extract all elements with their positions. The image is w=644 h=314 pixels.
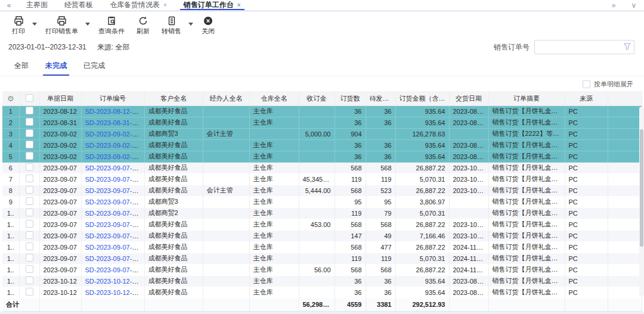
tabs-expand-right-icon[interactable]: » [603,0,624,10]
view-tab-finished[interactable]: 已完成 [78,57,111,76]
print-sales-slip-button[interactable]: 打印销售单 [41,15,83,36]
row-checkbox[interactable] [26,243,33,250]
cell-qty: 36 [335,275,366,287]
order-row[interactable]: 12023-08-12SD-2023-08-12-00022成都美好食品主仓库3… [2,105,642,117]
row-checkbox[interactable] [26,141,33,148]
cell-source: PC [565,105,608,117]
row-checkbox[interactable] [26,175,33,182]
order-number-link[interactable]: SD-2023-09-02-00024 [85,153,145,160]
order-number-link[interactable]: SD-2023-09-07-00014 [85,210,145,217]
cell-source: PC [565,275,608,287]
order-row[interactable]: 1..2023-09-07SD-2023-09-07-00017成都美好食品主仓… [2,241,642,253]
order-row[interactable]: 1..2023-09-07SD-2023-09-07-00019成都美好食品主仓… [2,264,642,275]
order-number-link[interactable]: SD-2023-10-12-00020 [85,278,145,285]
col-header-pending-qty[interactable]: 待发货数 [366,91,395,105]
col-header-deposit[interactable]: 收订金 [299,91,335,105]
row-checkbox[interactable] [26,265,33,273]
row-checkbox[interactable] [26,163,33,171]
row-checkbox[interactable] [26,231,33,239]
order-row[interactable]: 22023-08-31SD-2023-08-31-00003成都美好食品主仓库3… [2,117,642,128]
convert-to-sale-dropdown-caret-icon[interactable] [188,23,193,26]
col-header-source[interactable]: 来源 [565,91,608,105]
order-row[interactable]: 1..2023-09-07SD-2023-09-07-00015成都美好食品主仓… [2,219,642,230]
order-row[interactable]: 62023-09-07SD-2023-09-07-00010成都美好食品主仓库5… [2,162,642,173]
vertical-scrollbar[interactable] [639,107,644,296]
order-number-link[interactable]: SD-2023-09-07-00015 [85,221,145,228]
row-checkbox[interactable] [26,276,33,284]
order-number-link[interactable]: SD-2023-10-12-00021 [85,289,145,296]
col-header-date[interactable]: 单据日期 [39,91,81,105]
order-row[interactable]: 72023-09-07SD-2023-09-07-00011成都美好食品主仓库4… [2,173,642,185]
order-row[interactable]: 92023-09-07SD-2023-09-07-00013成都商贸3主仓库95… [2,196,642,207]
filter-funnel-icon[interactable] [624,43,631,52]
order-number-link[interactable]: SD-2023-09-07-00010 [85,164,145,172]
col-header-summary[interactable]: 订单摘要 [488,91,565,105]
order-number-link[interactable]: SD-2023-09-07-00019 [85,266,145,273]
view-tab-all[interactable]: 全部 [8,57,35,76]
row-checkbox[interactable] [26,197,33,205]
order-number-input[interactable] [534,40,634,54]
order-row[interactable]: 1..2023-09-07SD-2023-09-07-00014成都商贸2主仓库… [2,207,642,219]
order-row[interactable]: 1..2023-10-12SD-2023-10-12-00021成都美好食品主仓… [2,287,642,298]
cell-warehouse: 主仓库 [249,230,299,241]
col-header-qty[interactable]: 订货数 [335,91,366,105]
order-row[interactable]: 82023-09-07SD-2023-09-07-00012成都美好食品会计主管… [2,185,642,196]
row-checkbox[interactable] [26,209,33,216]
expand-detail-checkbox[interactable] [583,80,590,88]
col-header-delivery-date[interactable]: 交货日期 [449,91,488,105]
cell-qty: 36 [335,139,366,151]
cell-date: 2023-09-07 [39,207,81,219]
row-checkbox[interactable] [26,254,33,262]
order-number-link[interactable]: SD-2023-09-02-00004 [85,130,145,138]
tab-main-screen[interactable]: 主界面 [18,0,56,10]
order-number-link[interactable]: SD-2023-09-02-00023 [85,142,145,149]
order-number-link[interactable]: SD-2023-09-07-00016 [85,232,145,240]
refresh-button[interactable]: 刷新 [132,15,154,36]
col-header-order-no[interactable]: 订单编号 [81,91,144,105]
row-checkbox[interactable] [26,129,33,137]
order-number-link[interactable]: SD-2023-08-31-00003 [85,119,145,126]
order-number-link[interactable]: SD-2023-09-07-00018 [85,255,145,262]
print-dropdown-caret-icon[interactable] [32,23,37,26]
order-row[interactable]: 52023-09-02SD-2023-09-02-00024成都美好食品主仓库3… [2,151,642,162]
tab-warehouse-stock-report[interactable]: 仓库备货情况表 × [101,0,175,10]
tab-business-dashboard[interactable]: 经营看板 [56,0,101,10]
row-checkbox[interactable] [26,152,33,160]
tab-close-icon[interactable]: × [163,2,167,8]
order-row[interactable]: 32023-09-02SD-2023-09-02-00004成都商贸3会计主管5… [2,128,642,139]
tab-close-icon[interactable]: × [237,2,241,8]
view-tab-unfinished[interactable]: 未完成 [39,57,73,76]
col-header-handler[interactable]: 经办人全名 [203,91,249,105]
cell-deposit: 56.00 [299,264,335,275]
row-checkbox[interactable] [26,288,33,296]
col-header-warehouse[interactable]: 仓库全名 [249,91,299,105]
column-settings-gear-icon[interactable]: ⚙ [7,94,14,103]
tab-sales-order-workbench[interactable]: 销售订单工作台 × [175,0,249,10]
order-row[interactable]: 42023-09-02SD-2023-09-02-00023成都美好食品主仓库3… [2,139,642,151]
convert-to-sale-button[interactable]: 转销售 [157,15,186,36]
query-conditions-button[interactable]: 查询条件 [94,15,129,36]
order-row[interactable]: 1..2023-09-07SD-2023-09-07-00016成都美好食品主仓… [2,230,642,241]
close-button[interactable]: 关闭 [197,15,219,36]
order-row[interactable]: 1..2023-10-12SD-2023-10-12-00020成都美好食品主仓… [2,275,642,287]
row-checkbox[interactable] [26,107,33,114]
cell-qty: 119 [335,207,366,219]
select-all-checkbox[interactable] [26,94,33,102]
print-sales-slip-dropdown-caret-icon[interactable] [85,23,90,26]
row-checkbox[interactable] [26,118,33,126]
tabs-more-icon[interactable]: ∨ [624,0,644,10]
row-checkbox[interactable] [26,186,33,194]
print-button[interactable]: 打印 [7,15,30,36]
tabs-collapse-left-icon[interactable]: « [0,0,18,10]
order-number-link[interactable]: SD-2023-09-07-00013 [85,198,145,206]
row-checkbox[interactable] [26,220,33,228]
col-header-customer[interactable]: 客户全名 [144,91,203,105]
cell-pending-qty: 36 [366,287,395,298]
vertical-scrollbar-thumb[interactable] [640,129,643,247]
order-number-link[interactable]: SD-2023-09-07-00012 [85,187,145,194]
col-header-amount[interactable]: 订货金额（含税） [395,91,449,105]
order-number-link[interactable]: SD-2023-08-12-00022 [85,108,145,115]
order-number-link[interactable]: SD-2023-09-07-00017 [85,244,145,251]
order-number-link[interactable]: SD-2023-09-07-00011 [85,176,145,183]
order-row[interactable]: 1..2023-09-07SD-2023-09-07-00018成都美好食品主仓… [2,253,642,264]
